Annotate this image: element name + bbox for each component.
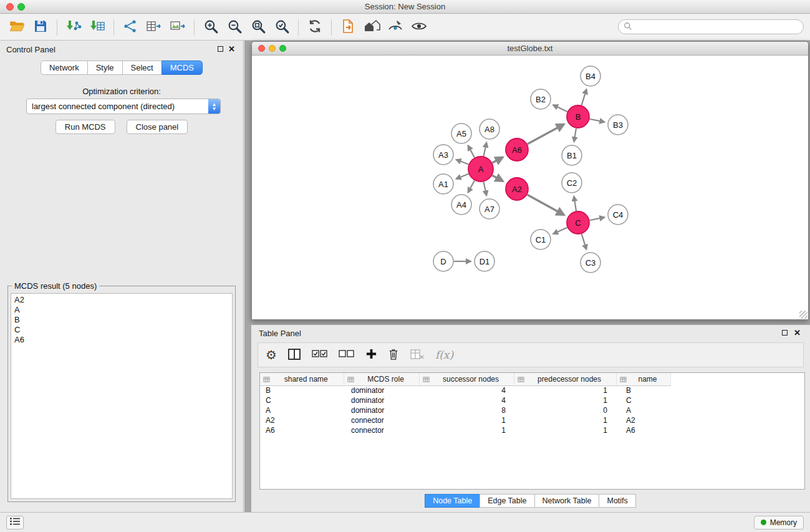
tab-network-table[interactable]: Network Table — [534, 494, 600, 508]
node-table: shared name MCDS role successor nodes pr… — [260, 373, 671, 435]
graph-node-label: B4 — [586, 72, 595, 81]
float-panel-icon[interactable] — [782, 330, 788, 336]
graph-edge — [456, 160, 469, 165]
import-table-button[interactable] — [85, 17, 109, 38]
table-panel-title: Table Panel — [259, 329, 301, 338]
app-window: Session: New Session — [0, 0, 810, 532]
window-resize-handle[interactable] — [799, 311, 808, 319]
column-header-mcds-role[interactable]: MCDS role — [344, 373, 419, 385]
function-builder-icon[interactable]: f(x) — [435, 349, 453, 361]
add-column-icon[interactable] — [365, 348, 377, 362]
column-header-shared-name[interactable]: shared name — [260, 373, 344, 385]
run-mcds-button[interactable]: Run MCDS — [55, 120, 115, 134]
export-image-button[interactable] — [166, 17, 190, 38]
export-table-button[interactable] — [142, 17, 166, 38]
mcds-result-list[interactable]: A2ABCA6 — [11, 293, 233, 499]
mcds-buttons-row: Run MCDS Close panel — [0, 120, 243, 134]
zoom-selected-button[interactable] — [270, 17, 294, 38]
column-header-predecessor-nodes[interactable]: predecessor nodes — [514, 373, 616, 385]
tab-edge-table[interactable]: Edge Table — [480, 494, 534, 508]
graph-node-label: C2 — [567, 178, 577, 188]
network-canvas[interactable]: B4B2BB3A5A8A6B1A3AC2A1A2A4A7C4CC1DD1C3 — [252, 56, 808, 319]
graph-node-label: D1 — [480, 257, 490, 266]
graph-edge — [468, 180, 475, 192]
search-field[interactable] — [618, 19, 804, 34]
refresh-button[interactable] — [303, 17, 327, 38]
tab-network[interactable]: Network — [41, 60, 88, 75]
import-network-button[interactable] — [62, 17, 85, 38]
network-share-icon — [123, 19, 138, 36]
network-window-titlebar[interactable]: testGlobe.txt — [252, 42, 808, 56]
network-window: testGlobe.txt B4B2BB3A5A8A6B1A3AC2A1A2A4… — [251, 41, 809, 320]
toolbar-divider — [331, 19, 332, 36]
export-network-button[interactable] — [118, 17, 142, 38]
table-row[interactable]: Adominator80A — [260, 405, 670, 415]
control-panel-header: Control Panel ✕ — [0, 41, 243, 58]
visual-style-icon — [387, 19, 403, 36]
visual-style-button[interactable] — [383, 17, 407, 38]
table-settings-gear-icon[interactable]: ⚙ — [266, 347, 277, 362]
graph-node-label: A6 — [512, 145, 522, 155]
close-panel-icon[interactable]: ✕ — [228, 44, 235, 54]
tab-node-table[interactable]: Node Table — [425, 494, 480, 508]
select-all-icon[interactable] — [312, 349, 328, 362]
close-panel-icon[interactable]: ✕ — [794, 328, 801, 337]
graph-node-label: A4 — [456, 200, 466, 210]
table-cell: 4 — [419, 385, 514, 395]
optimization-criterion-select[interactable]: largest connected component (directed) ▲… — [26, 99, 221, 114]
column-selector-icon[interactable] — [287, 348, 301, 362]
tab-style[interactable]: Style — [87, 60, 123, 75]
home-view-button[interactable] — [360, 17, 383, 38]
open-session-button[interactable] — [5, 17, 29, 38]
close-panel-button[interactable]: Close panel — [127, 120, 188, 134]
window-title: Session: New Session — [0, 2, 810, 11]
memory-status-icon — [761, 520, 766, 525]
delete-table-icon[interactable] — [410, 348, 425, 362]
show-hide-button[interactable] — [407, 17, 431, 38]
table-cell: 1 — [419, 415, 514, 425]
optimization-criterion-label: Optimization criterion: — [0, 87, 243, 96]
table-row[interactable]: A6connector11A6 — [260, 425, 670, 435]
graph-node-label: B1 — [567, 151, 577, 160]
task-history-button[interactable] — [6, 516, 24, 530]
column-type-icon — [518, 376, 524, 385]
table-cell: A6 — [616, 425, 670, 435]
graph-edge — [582, 234, 587, 249]
column-header-name[interactable]: name — [616, 373, 670, 385]
titlebar[interactable]: Session: New Session — [0, 0, 810, 14]
memory-button[interactable]: Memory — [754, 516, 804, 530]
graph-edge — [574, 196, 576, 211]
save-icon — [33, 19, 48, 36]
tab-select[interactable]: Select — [122, 60, 162, 75]
result-item: C — [14, 325, 229, 335]
zoom-in-button[interactable] — [199, 17, 223, 38]
zoom-fit-button[interactable] — [246, 17, 270, 38]
table-panel-tabs: Node Table Edge Table Network Table Moti… — [251, 494, 810, 508]
open-document-button[interactable] — [336, 17, 360, 38]
zoom-out-button[interactable] — [223, 17, 246, 38]
graph-edge — [468, 145, 475, 157]
toolbar-divider — [113, 19, 114, 36]
graph-edge — [582, 89, 587, 105]
column-header-successor-nodes[interactable]: successor nodes — [419, 373, 514, 385]
column-type-icon — [347, 376, 354, 385]
float-panel-icon[interactable] — [218, 46, 223, 52]
graph-node-label: A8 — [485, 125, 494, 134]
column-type-icon — [263, 376, 270, 385]
zoom-in-icon — [203, 19, 219, 36]
node-table-container[interactable]: shared name MCDS role successor nodes pr… — [259, 372, 805, 490]
deselect-all-icon[interactable] — [339, 349, 355, 362]
table-cell: 4 — [419, 395, 514, 405]
save-session-button[interactable] — [29, 17, 52, 38]
graph-node-label: A3 — [438, 150, 448, 160]
status-bar: Memory — [0, 512, 810, 532]
tab-mcds[interactable]: MCDS — [162, 60, 203, 75]
delete-column-icon[interactable] — [388, 348, 399, 362]
search-input[interactable] — [632, 22, 798, 32]
tab-motifs[interactable]: Motifs — [599, 494, 635, 508]
table-cell: 1 — [514, 425, 616, 435]
toolbar-divider — [298, 19, 299, 36]
table-row[interactable]: A2connector11A2 — [260, 415, 670, 425]
table-row[interactable]: Cdominator41C — [260, 395, 670, 405]
table-row[interactable]: Bdominator41B — [260, 385, 670, 395]
